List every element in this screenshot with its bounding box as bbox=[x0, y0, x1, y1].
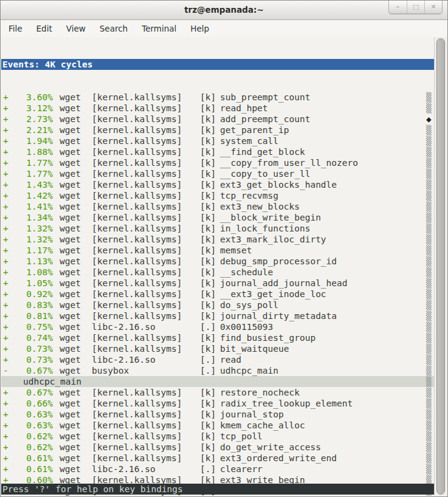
tui-scroll-track-icon: ▒ bbox=[426, 201, 432, 212]
cell-command: wget bbox=[60, 256, 92, 267]
tui-scroll-track-icon: ▒ bbox=[426, 365, 432, 376]
cell-marker: + bbox=[3, 135, 26, 146]
tui-scroll-track-icon: ▒ bbox=[426, 409, 432, 420]
cell-symbol: read_hpet bbox=[220, 103, 434, 114]
cell-symbol: system_call bbox=[220, 135, 434, 146]
terminal-screen[interactable]: Events: 4K cycles +3.60%wget[kernel.kall… bbox=[1, 37, 434, 496]
cell-percent: 0.63% bbox=[26, 420, 53, 431]
menu-help[interactable]: Help bbox=[185, 21, 215, 36]
cell-command: wget bbox=[60, 310, 92, 321]
perf-row: +0.63%wget[kernel.kallsyms][k]kmem_cache… bbox=[1, 420, 434, 431]
tui-scroll-track-icon: ▒ bbox=[426, 212, 432, 223]
cell-percent: 1.17% bbox=[26, 245, 53, 256]
cell-object: [kernel.kallsyms] bbox=[92, 409, 200, 420]
perf-row: +1.05%wget[kernel.kallsyms][k]journal_ad… bbox=[1, 278, 434, 289]
cell-marker: + bbox=[3, 289, 26, 300]
cell-mode: [k] bbox=[200, 92, 220, 103]
cell-mode: [k] bbox=[200, 212, 220, 223]
menu-edit[interactable]: Edit bbox=[31, 21, 58, 36]
maximize-icon[interactable]: □ bbox=[407, 1, 424, 13]
perf-row: +1.77%wget[kernel.kallsyms][k]__copy_to_… bbox=[1, 168, 434, 179]
cell-percent: 0.83% bbox=[26, 300, 53, 310]
cell-object: [kernel.kallsyms] bbox=[92, 157, 200, 168]
cell-object: [kernel.kallsyms] bbox=[92, 332, 200, 343]
perf-row: +1.42%wget[kernel.kallsyms][k]tcp_recvms… bbox=[1, 190, 434, 201]
callchain-expanded-row: udhcpc_main▒ bbox=[1, 376, 434, 387]
cell-mode: [k] bbox=[200, 179, 220, 190]
cell-command: wget bbox=[60, 168, 92, 179]
tui-scroll-track-icon: ▒ bbox=[426, 179, 432, 190]
menu-terminal[interactable]: Terminal bbox=[136, 21, 182, 36]
cell-mode: [k] bbox=[200, 278, 220, 289]
menu-search[interactable]: Search bbox=[94, 21, 133, 36]
title-bar[interactable]: trz@empanada:~ – □ ✕ bbox=[1, 1, 447, 20]
cell-marker: + bbox=[3, 146, 26, 157]
cell-command: wget bbox=[60, 420, 92, 431]
perf-row: +0.62%wget[kernel.kallsyms][k]tcp_poll▒ bbox=[1, 431, 434, 442]
cell-marker: + bbox=[3, 420, 26, 431]
cell-percent: 2.73% bbox=[26, 114, 53, 125]
tui-scroll-track-icon: ▒ bbox=[426, 300, 432, 310]
cell-marker: + bbox=[3, 125, 26, 135]
tui-scroll-track-icon: ▒ bbox=[426, 354, 432, 365]
cell-mode: [k] bbox=[200, 289, 220, 300]
cell-object: [kernel.kallsyms] bbox=[92, 92, 200, 103]
cell-marker: + bbox=[3, 442, 26, 453]
cell-mode: [.] bbox=[200, 464, 220, 475]
cell-object: busybox bbox=[92, 365, 200, 376]
tui-scroll-track-icon: ▒ bbox=[426, 343, 432, 354]
cell-object: [kernel.kallsyms] bbox=[92, 310, 200, 321]
cell-mode: [k] bbox=[200, 125, 220, 135]
cell-symbol: read bbox=[220, 354, 434, 365]
cell-symbol: get_parent_ip bbox=[220, 125, 434, 135]
cell-object: [kernel.kallsyms] bbox=[92, 431, 200, 442]
cell-mode: [.] bbox=[200, 321, 220, 332]
cell-marker: + bbox=[3, 168, 26, 179]
cell-marker: + bbox=[3, 464, 26, 475]
cell-percent: 3.60% bbox=[26, 92, 53, 103]
tui-scroll-track-icon: ▒ bbox=[426, 245, 432, 256]
tui-scroll-track-icon: ▒ bbox=[426, 442, 432, 453]
cell-command: wget bbox=[60, 453, 92, 464]
perf-row: +0.67%wget[kernel.kallsyms][k]restore_no… bbox=[1, 387, 434, 398]
cell-object: libc-2.16.so bbox=[92, 464, 200, 475]
cell-command: wget bbox=[60, 431, 92, 442]
cell-command: wget bbox=[60, 223, 92, 234]
perf-row: +2.73%wget[kernel.kallsyms][k]add_preemp… bbox=[1, 114, 434, 125]
cell-percent: 0.62% bbox=[26, 442, 53, 453]
perf-row: +1.41%wget[kernel.kallsyms][k]ext3_new_b… bbox=[1, 201, 434, 212]
cell-mode: [k] bbox=[200, 310, 220, 321]
cell-marker: + bbox=[3, 212, 26, 223]
cell-object: [kernel.kallsyms] bbox=[92, 453, 200, 464]
cell-percent: 1.94% bbox=[26, 135, 53, 146]
cell-percent: 1.42% bbox=[26, 190, 53, 201]
window-controls: – □ ✕ bbox=[388, 1, 443, 14]
perf-row: +3.60%wget[kernel.kallsyms][k]sub_preemp… bbox=[1, 92, 434, 103]
perf-row: +1.32%wget[kernel.kallsyms][k]in_lock_fu… bbox=[1, 223, 434, 234]
scrollbar-thumb[interactable] bbox=[436, 38, 445, 495]
cell-marker: + bbox=[3, 278, 26, 289]
cell-symbol: ext3_ordered_write_end bbox=[220, 453, 434, 464]
perf-row: +0.73%wget[kernel.kallsyms][k]bit_waitqu… bbox=[1, 343, 434, 354]
menu-view[interactable]: View bbox=[61, 21, 91, 36]
tui-scroll-track-icon: ▒ bbox=[426, 387, 432, 398]
perf-row: +0.81%wget[kernel.kallsyms][k]journal_di… bbox=[1, 310, 434, 321]
cell-percent: 0.73% bbox=[26, 354, 53, 365]
perf-row: +1.43%wget[kernel.kallsyms][k]ext3_get_b… bbox=[1, 179, 434, 190]
perf-row: +1.17%wget[kernel.kallsyms][k]memset▒ bbox=[1, 245, 434, 256]
cell-command: wget bbox=[60, 92, 92, 103]
tui-scroll-track-icon: ▒ bbox=[426, 135, 432, 146]
close-icon[interactable]: ✕ bbox=[424, 1, 442, 13]
cell-mode: [k] bbox=[200, 157, 220, 168]
cell-mode: [k] bbox=[200, 234, 220, 245]
cell-percent: 1.88% bbox=[26, 146, 53, 157]
cell-object: libc-2.16.so bbox=[92, 321, 200, 332]
cell-mode: [k] bbox=[200, 245, 220, 256]
cell-marker: + bbox=[3, 223, 26, 234]
scrollbar[interactable] bbox=[434, 37, 447, 496]
menu-file[interactable]: File bbox=[3, 21, 28, 36]
tui-scroll-track-icon: ▒ bbox=[426, 321, 432, 332]
cell-marker: + bbox=[3, 343, 26, 354]
minimize-icon[interactable]: – bbox=[389, 1, 407, 13]
cell-command: wget bbox=[60, 267, 92, 278]
